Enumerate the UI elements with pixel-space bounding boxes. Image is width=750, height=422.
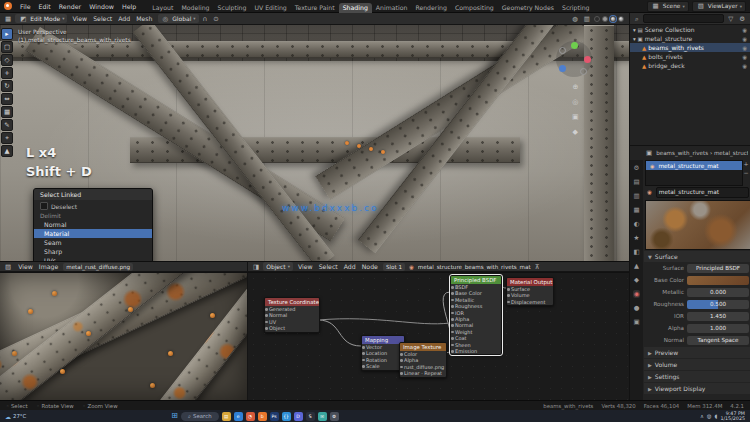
node-socket-row[interactable]: Emission bbox=[451, 348, 501, 354]
tool-button[interactable]: ▦ bbox=[1, 106, 13, 118]
shading-rendered-button[interactable] bbox=[618, 16, 624, 22]
scene-selector[interactable]: ▦Scene bbox=[647, 1, 689, 12]
workspace-tab[interactable]: Sculpting bbox=[214, 3, 251, 13]
popup-item[interactable]: Normal bbox=[34, 220, 152, 229]
view-layer-selector[interactable]: ▧ViewLayer bbox=[692, 1, 746, 12]
viewport-menu-item[interactable]: Add bbox=[115, 15, 133, 22]
topbar-menu-item[interactable]: Help bbox=[118, 3, 140, 10]
topbar-menu-item[interactable]: Edit bbox=[35, 3, 55, 10]
tool-button[interactable]: ▸ bbox=[1, 28, 13, 40]
properties-tab[interactable]: ▥ bbox=[633, 192, 639, 200]
outliner-row[interactable]: ▲ beams_with_rivets ◉ bbox=[630, 43, 750, 52]
popup-item[interactable]: Sharp bbox=[34, 247, 152, 256]
outliner-row[interactable]: ▲ bridge_deck ◉ bbox=[630, 61, 750, 70]
taskbar-app-icon[interactable]: {} bbox=[282, 412, 291, 421]
workspace-tab[interactable]: UV Editing bbox=[250, 3, 290, 13]
workspace-tab[interactable]: Texture Paint bbox=[291, 3, 339, 13]
taskbar-app-icon[interactable]: ✉ bbox=[318, 412, 327, 421]
properties-tab[interactable]: ◐ bbox=[634, 220, 640, 228]
viewport-menu-item[interactable]: Mesh bbox=[133, 15, 155, 22]
topbar-menu-item[interactable]: Window bbox=[85, 3, 118, 10]
gizmo-axis-neg[interactable] bbox=[580, 68, 587, 75]
material-slot-selector[interactable]: Slot 1 bbox=[383, 263, 405, 271]
viewport-nav-button[interactable]: ◎ bbox=[572, 98, 579, 106]
gizmo-axis-x[interactable] bbox=[584, 56, 591, 63]
collapsed-section-header[interactable]: ▶ Settings bbox=[644, 371, 750, 382]
workspace-tab[interactable]: Geometry Nodes bbox=[498, 3, 558, 13]
node-principled-bsdf[interactable]: Principled BSDF BSDFBase ColorMetallicRo… bbox=[450, 275, 502, 355]
3d-viewport[interactable]: ⊕◎▣◆ User Perspective (1) metal_structur… bbox=[0, 25, 629, 261]
property-value-field[interactable]: Tangent Space bbox=[687, 336, 749, 345]
node-material-output[interactable]: Material Output SurfaceVolumeDisplacemen… bbox=[506, 277, 554, 306]
workspace-tab[interactable]: Animation bbox=[372, 3, 412, 13]
taskbar-app-icon[interactable]: D bbox=[294, 412, 303, 421]
navigation-gizmo[interactable] bbox=[556, 41, 592, 77]
material-name-label[interactable]: metal_structure_beams_with_rivets_mat bbox=[418, 264, 531, 270]
workspace-tab[interactable]: Modeling bbox=[177, 3, 213, 13]
node-socket-row[interactable]: Displacement bbox=[507, 299, 553, 305]
popup-item[interactable]: Seam bbox=[34, 238, 152, 247]
properties-tab[interactable]: ⚙ bbox=[634, 164, 640, 172]
visibility-eye-icon[interactable]: ◉ bbox=[742, 36, 747, 42]
image-editor-menu-item[interactable]: Image bbox=[36, 263, 61, 270]
shader-type-selector[interactable]: Object bbox=[263, 262, 293, 271]
visibility-eye-icon[interactable]: ◉ bbox=[742, 54, 747, 60]
node-editor-menu-item[interactable]: Select bbox=[316, 263, 341, 270]
image-name-selector[interactable]: metal_rust_diffuse.png bbox=[63, 263, 133, 271]
workspace-tab[interactable]: Shading bbox=[339, 3, 372, 13]
tool-button[interactable]: ⌖ bbox=[1, 132, 13, 144]
node-editor-menu-item[interactable]: View bbox=[295, 263, 316, 270]
tool-button[interactable]: ⇔ bbox=[1, 93, 13, 105]
tray-icon[interactable]: ◖ bbox=[715, 413, 718, 419]
viewport-menu-item[interactable]: Select bbox=[90, 15, 115, 22]
viewport-nav-button[interactable]: ⊕ bbox=[572, 83, 579, 91]
taskbar-app-icon[interactable]: ▤ bbox=[222, 412, 231, 421]
shading-material-button[interactable] bbox=[610, 16, 616, 22]
gizmo-axis-y[interactable] bbox=[571, 42, 578, 49]
node-editor-menu-item[interactable]: Add bbox=[341, 263, 359, 270]
tool-button[interactable]: ✎ bbox=[1, 119, 13, 131]
viewport-nav-button[interactable]: ▣ bbox=[572, 113, 579, 121]
material-slot[interactable]: ◉ metal_structure_mat bbox=[646, 161, 742, 170]
workspace-tab[interactable]: Rendering bbox=[411, 3, 451, 13]
property-value-field[interactable]: 0.500 bbox=[687, 300, 749, 309]
shading-wireframe-button[interactable] bbox=[594, 16, 600, 22]
taskbar-app-icon[interactable]: Ps bbox=[270, 412, 279, 421]
property-value-field[interactable]: 0.000 bbox=[687, 288, 749, 297]
workspace-tab[interactable]: Scripting bbox=[558, 3, 594, 13]
property-value-field[interactable] bbox=[687, 276, 749, 285]
tool-button[interactable]: ▲ bbox=[1, 145, 13, 157]
node-editor-icon[interactable]: ◨ bbox=[251, 263, 261, 271]
image-editor-icon[interactable]: ▨ bbox=[3, 263, 13, 271]
node-editor-menu-item[interactable]: Node bbox=[359, 263, 381, 270]
shading-solid-button[interactable] bbox=[602, 16, 608, 22]
topbar-menu-item[interactable]: File bbox=[16, 3, 35, 10]
filter-icon[interactable]: ▽ bbox=[726, 15, 735, 23]
snap-magnet-icon[interactable]: ∩ bbox=[201, 15, 210, 23]
pin-icon[interactable]: ⊼ bbox=[533, 263, 542, 271]
image-editor-menu-item[interactable]: View bbox=[15, 263, 36, 270]
tray-icon[interactable]: ∧ bbox=[700, 413, 704, 419]
collapsed-section-header[interactable]: ▶ Volume bbox=[644, 359, 750, 370]
outliner-row[interactable]: ▾ ▣ metal_structure ◉ bbox=[630, 34, 750, 43]
outliner-row[interactable]: ▾ ▤ Scene Collection ◉ bbox=[630, 25, 750, 34]
visibility-eye-icon[interactable]: ◉ bbox=[742, 45, 747, 51]
taskbar-app-icon[interactable]: b bbox=[258, 412, 267, 421]
blender-logo-icon[interactable] bbox=[4, 2, 12, 10]
collapsed-section-header[interactable]: ▶ Viewport Display bbox=[644, 383, 750, 394]
search-icon[interactable]: ⌕ bbox=[633, 15, 641, 23]
remove-slot-button[interactable]: − bbox=[743, 169, 748, 176]
tool-button[interactable]: ◇ bbox=[1, 54, 13, 66]
collapsed-section-header[interactable]: ▶ Preview bbox=[644, 347, 750, 358]
xray-icon[interactable]: ▥ bbox=[582, 15, 592, 23]
node-socket-row[interactable]: Linear · Repeat bbox=[400, 370, 446, 376]
taskbar-search[interactable]: ⌕ Search bbox=[181, 412, 219, 421]
taskbar-app-icon[interactable]: ◔ bbox=[246, 412, 255, 421]
node-image-texture[interactable]: Image Texture ColorAlpharust_diffuse.png… bbox=[399, 342, 447, 378]
property-value-field[interactable]: 1.000 bbox=[687, 324, 749, 333]
overlays-icon[interactable]: ◍ bbox=[570, 15, 580, 23]
properties-tab[interactable]: ▦ bbox=[633, 206, 639, 214]
material-name-field[interactable]: metal_structure_mat bbox=[656, 187, 749, 198]
taskbar-clock[interactable]: 9:47 PM 1/15/2025 bbox=[720, 411, 745, 422]
properties-tab[interactable]: ▤ bbox=[633, 178, 639, 186]
